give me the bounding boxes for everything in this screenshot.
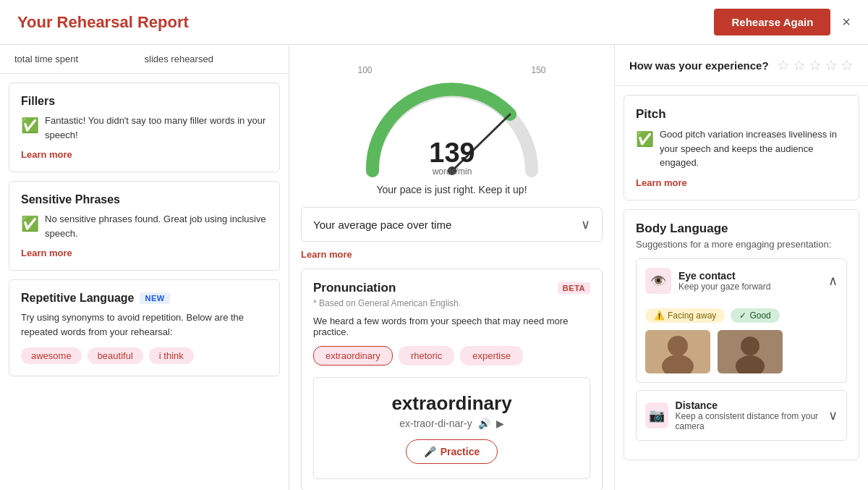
pace-over-time-row[interactable]: Your average pace over time ∨ — [301, 207, 603, 242]
gauge-labels: 100 150 — [358, 65, 546, 75]
phonetic-video-icon[interactable]: ▶ — [496, 418, 504, 429]
experience-row: How was your experience? ☆ ☆ ☆ ☆ ☆ — [615, 45, 868, 86]
pace-learn-more[interactable]: Learn more — [301, 249, 352, 260]
svg-point-7 — [668, 336, 688, 356]
star-3[interactable]: ☆ — [809, 56, 822, 74]
stats-row: total time spent slides rehearsed — [0, 45, 289, 74]
gauge-label-150: 150 — [531, 65, 545, 75]
eye-contact-detail: ⚠️ Facing away ✓ Good — [637, 303, 846, 382]
star-4[interactable]: ☆ — [825, 56, 838, 74]
distance-chevron: ∨ — [828, 407, 838, 423]
body-language-subtitle: Suggestions for a more engaging presenta… — [636, 239, 847, 250]
eye-contact-info: Eye contact Keep your gaze forward — [678, 270, 770, 292]
pace-over-time-label: Your average pace over time — [313, 219, 451, 231]
tag-awesome: awesome — [21, 347, 82, 364]
pitch-description: Good pitch variation increases livelines… — [660, 127, 847, 170]
gauge-label-100: 100 — [358, 65, 373, 75]
fillers-text: ✅ Fantastic! You didn't say too many fil… — [21, 114, 268, 142]
practice-label: Practice — [441, 446, 480, 457]
pronunciation-word-tags: extraordinary rhetoric expertise — [313, 346, 590, 366]
sensitive-phrases-learn-more[interactable]: Learn more — [21, 248, 72, 258]
eye-contact-left: 👁️ Eye contact Keep your gaze forward — [645, 268, 770, 294]
pitch-check-icon: ✅ — [636, 128, 654, 150]
fillers-title-text: Fillers — [21, 95, 55, 108]
phonetic-text: ex-traor-di-nar-y — [399, 418, 472, 429]
body-language-title: Body Language — [636, 221, 847, 236]
fillers-check-icon: ✅ — [21, 114, 39, 136]
sensitive-phrases-text: ✅ No sensitive phrases found. Great job … — [21, 212, 268, 240]
rehearse-again-button[interactable]: Rehearse Again — [714, 9, 830, 35]
star-5[interactable]: ☆ — [841, 56, 854, 74]
repetitive-language-title-text: Repetitive Language — [21, 292, 134, 305]
active-pronunciation-word: extraordinary — [328, 392, 575, 415]
total-time-label: total time spent — [14, 54, 145, 64]
page-title: Your Rehearsal Report — [17, 13, 714, 32]
left-panel: total time spent slides rehearsed Filler… — [0, 45, 289, 490]
pitch-learn-more[interactable]: Learn more — [636, 177, 687, 188]
main-content: total time spent slides rehearsed Filler… — [0, 45, 868, 490]
good-label: Good — [749, 311, 770, 321]
star-rating[interactable]: ☆ ☆ ☆ ☆ ☆ — [777, 56, 854, 74]
eye-contact-name: Eye contact — [678, 270, 770, 282]
center-panel: 100 150 slow fast 139 — [289, 45, 615, 490]
sensitive-phrases-check-icon: ✅ — [21, 213, 39, 235]
practice-button[interactable]: 🎤 Practice — [406, 439, 498, 464]
pace-gauge-container: 100 150 slow fast 139 — [301, 54, 603, 198]
close-button[interactable]: × — [842, 14, 851, 30]
slides-rehearsed-stat: slides rehearsed — [145, 54, 275, 73]
pronunciation-title: Pronunciation — [313, 281, 396, 295]
pace-status: Your pace is just right. Keep it up! — [376, 184, 527, 195]
repetitive-tag-list: awesome beautiful i think — [21, 347, 268, 364]
fillers-card: Fillers ✅ Fantastic! You didn't say too … — [9, 83, 280, 172]
fillers-description: Fantastic! You didn't say too many fille… — [45, 114, 268, 142]
eye-contact-chevron: ∧ — [828, 273, 838, 289]
word-tag-extraordinary[interactable]: extraordinary — [313, 346, 393, 366]
word-tag-rhetoric[interactable]: rhetoric — [399, 346, 454, 366]
pace-over-time-chevron: ∨ — [581, 216, 590, 232]
distance-item: 📷 Distance Keep a consistent distance fr… — [636, 390, 847, 441]
sensitive-phrases-description: No sensitive phrases found. Great job us… — [45, 212, 268, 240]
pronunciation-based-on: * Based on General American English. — [313, 298, 590, 308]
fillers-learn-more[interactable]: Learn more — [21, 149, 72, 160]
sensitive-phrases-title: Sensitive Phrases — [21, 193, 268, 206]
star-1[interactable]: ☆ — [777, 56, 790, 74]
beta-badge: BETA — [558, 282, 590, 294]
slides-label: slides rehearsed — [145, 54, 275, 64]
total-time-stat: total time spent — [14, 54, 145, 73]
distance-left: 📷 Distance Keep a consistent distance fr… — [645, 400, 828, 431]
facing-away-label: Facing away — [668, 311, 716, 321]
body-language-card: Body Language Suggestions for a more eng… — [624, 209, 859, 460]
eye-contact-image-2 — [718, 330, 783, 373]
repetitive-language-title: Repetitive Language NEW — [21, 292, 268, 305]
pitch-text: ✅ Good pitch variation increases livelin… — [636, 127, 847, 170]
svg-text:139: 139 — [429, 138, 475, 168]
eye-contact-badges: ⚠️ Facing away ✓ Good — [645, 308, 838, 323]
pronunciation-detail: extraordinary ex-traor-di-nar-y 🔊 ▶ 🎤 Pr… — [313, 377, 590, 479]
app-container: Your Rehearsal Report Rehearse Again × t… — [0, 0, 868, 490]
repetitive-language-text: Try using synonyms to avoid repetition. … — [21, 311, 268, 339]
good-check: ✓ — [739, 311, 746, 321]
svg-text:words/min: words/min — [431, 166, 472, 177]
new-badge: NEW — [140, 292, 169, 304]
tag-i-think: i think — [149, 347, 194, 364]
star-2[interactable]: ☆ — [793, 56, 806, 74]
distance-name: Distance — [676, 400, 828, 411]
pronunciation-card: Pronunciation BETA * Based on General Am… — [301, 269, 603, 490]
audio-icon[interactable]: 🔊 — [478, 418, 490, 429]
eye-contact-header[interactable]: 👁️ Eye contact Keep your gaze forward ∧ — [637, 259, 846, 303]
distance-header[interactable]: 📷 Distance Keep a consistent distance fr… — [637, 391, 846, 440]
pronunciation-phonetic: ex-traor-di-nar-y 🔊 ▶ — [328, 418, 575, 429]
tag-beautiful: beautiful — [88, 347, 143, 364]
good-badge: ✓ Good — [731, 308, 779, 323]
eye-contact-icon: 👁️ — [645, 268, 671, 294]
experience-label: How was your experience? — [629, 59, 769, 72]
right-panel: How was your experience? ☆ ☆ ☆ ☆ ☆ Pitch… — [615, 45, 868, 490]
fillers-title: Fillers — [21, 95, 268, 108]
eye-contact-images — [645, 330, 838, 373]
svg-point-10 — [741, 337, 760, 355]
warning-dot: ⚠️ — [654, 311, 665, 321]
facing-away-badge: ⚠️ Facing away — [645, 308, 725, 323]
mic-icon: 🎤 — [424, 446, 436, 457]
sensitive-phrases-title-text: Sensitive Phrases — [21, 193, 120, 206]
word-tag-expertise[interactable]: expertise — [460, 346, 523, 366]
